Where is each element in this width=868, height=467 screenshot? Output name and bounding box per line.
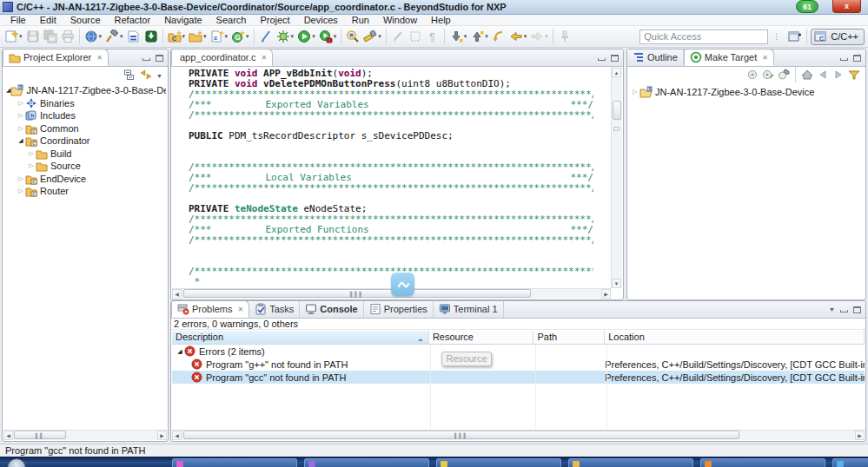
explorer-item-jn-an-1217-zigbee-3-0-base-devic[interactable]: ◢SJN-AN-1217-Zigbee-3-0-Base-Devic [4,84,166,97]
build-target-icon[interactable] [778,69,790,81]
cpp-perspective-button[interactable]: C C/C++ [811,29,865,45]
tab-outline[interactable]: Outline [627,49,684,66]
view-menu-icon[interactable]: ▼ [156,69,162,80]
taskbar-app-1[interactable] [172,458,297,467]
outline-minimize-icon[interactable] [840,58,848,61]
problems-minimize-icon[interactable] [840,310,848,312]
dropdown-arrow-icon[interactable]: ▾ [378,33,381,40]
problems-error-row[interactable]: Program "g++" not found in PATHPreferenc… [172,358,865,371]
last-edit-button[interactable] [490,28,507,45]
problems-view-menu-icon[interactable]: ▼ [829,306,835,312]
collapse-arrow-icon[interactable]: ◢ [17,137,25,144]
tab-editor-file[interactable]: app_coordinator.c ✕ [171,49,273,66]
external-tools-button[interactable]: ▾ [317,28,339,45]
editor-vscrollbar[interactable]: ▲ ▼ [611,68,622,288]
back-button[interactable]: ▾ [507,28,529,45]
dropdown-arrow-icon[interactable]: ▾ [312,33,315,40]
tab-tasks[interactable]: Tasks [249,300,300,318]
dropdown-arrow-icon[interactable]: ▾ [334,33,337,40]
expand-arrow-icon[interactable]: ▷ [17,125,25,132]
collapse-arrow-icon[interactable]: ◢ [176,348,184,355]
dropdown-arrow-icon[interactable]: ▾ [120,33,123,40]
column-header-description[interactable]: Description [172,331,429,344]
explorer-item-coordinator[interactable]: ◢cCoordinator [4,135,166,148]
tab-project-explorer[interactable]: Project Explorer ✕ [3,49,109,66]
close-button[interactable]: x [832,0,861,13]
expand-arrow-icon[interactable]: ▷ [17,187,25,194]
build-all-button[interactable] [125,28,142,45]
column-header-path[interactable]: Path [533,331,605,344]
home-icon[interactable] [801,69,813,81]
dropdown-arrow-icon[interactable]: ▾ [464,33,467,40]
new-c-project-button[interactable]: C▾ [166,28,188,45]
menu-item-source[interactable]: Source [63,15,108,26]
menu-item-run[interactable]: Run [345,15,376,26]
taskbar-app-3[interactable] [436,458,561,467]
editor-maximize-icon[interactable] [611,55,619,62]
dropdown-arrow-icon[interactable]: ▾ [19,33,23,40]
column-header-resource[interactable]: Resource [429,331,534,344]
maximize-icon[interactable] [156,55,163,62]
tab-close-icon[interactable]: ✕ [96,54,103,62]
taskbar-app-2[interactable] [304,458,429,467]
problems-error-row[interactable]: Program "gcc" not found in PATHPreferenc… [172,371,865,384]
menu-item-navigate[interactable]: Navigate [157,15,209,26]
tab-properties[interactable]: Properties [364,300,434,318]
nav-back-icon[interactable] [817,69,829,81]
start-orb[interactable] [7,458,26,467]
build-button[interactable]: ▾ [103,28,125,45]
tab-close-icon[interactable]: ✕ [762,54,768,62]
menu-item-edit[interactable]: Edit [33,15,63,26]
explorer-item-router[interactable]: ▷cRouter [4,185,166,198]
problems-table[interactable]: DescriptionResourcePathLocation ◢Errors … [172,331,865,430]
dropdown-arrow-icon[interactable]: ▾ [203,33,207,40]
tab-close-icon[interactable]: ✕ [237,306,243,313]
editor-gutter[interactable] [172,68,188,288]
expand-arrow-icon[interactable]: ▷ [27,150,36,157]
menu-item-window[interactable]: Window [376,15,424,26]
menu-item-devices[interactable]: Devices [297,15,345,26]
title-bar[interactable]: C/C++ - JN-AN-1217-Zigbee-3-0-Base-Devic… [0,0,868,15]
new-c-file-button[interactable]: c▾ [209,28,230,45]
new-class-button[interactable]: G▾ [229,28,251,45]
search-button[interactable]: ▾ [361,28,383,45]
run-button[interactable]: ▾ [295,28,317,45]
tab-make-target[interactable]: Make Target✕ [684,49,774,66]
menu-item-help[interactable]: Help [424,15,458,26]
dropdown-arrow-icon[interactable]: ▾ [225,33,229,40]
dropdown-arrow-icon[interactable]: ▾ [485,33,488,40]
mark-occurrences-button[interactable] [257,28,275,45]
explorer-item-includes[interactable]: ▷hIncludes [4,109,166,122]
new-wizard-button[interactable]: ▾ [3,28,24,45]
dropdown-arrow-icon[interactable]: ▾ [524,33,527,40]
dropdown-arrow-icon[interactable]: ▾ [291,33,295,40]
expand-arrow-icon[interactable]: ▷ [17,100,25,107]
windows-taskbar[interactable] [0,457,868,467]
explorer-item-source[interactable]: ▷Source [4,160,166,173]
nav-forward-icon[interactable] [832,69,845,81]
debug-config-button[interactable]: ▾ [83,28,104,45]
dropdown-arrow-icon[interactable]: ▾ [182,33,186,40]
editor-minimize-icon[interactable] [598,58,606,61]
next-annotation-button[interactable]: ▾ [447,28,469,45]
collapse-all-icon[interactable] [123,69,136,81]
project-explorer-hscrollbar[interactable]: ◀ ▌▌ ▶ [3,430,167,440]
new-project-button[interactable]: ▾ [187,28,209,45]
taskbar-app-5[interactable] [700,458,825,467]
dropdown-arrow-icon[interactable]: ▾ [246,33,249,40]
menu-item-project[interactable]: Project [253,15,296,26]
taskbar-app-4[interactable] [568,458,693,467]
expand-arrow-icon[interactable]: ▷ [27,162,36,169]
dropdown-arrow-icon[interactable]: ▾ [99,33,103,40]
explorer-item-binaries[interactable]: ▷Binaries [4,97,166,110]
dictionary-overlay-icon[interactable] [391,273,414,296]
quick-access-input[interactable] [639,30,768,44]
link-editor-icon[interactable] [140,69,152,81]
tab-problems[interactable]: Problems✕ [171,300,249,318]
menu-item-refactor[interactable]: Refactor [108,15,158,26]
problems-hscrollbar[interactable]: ◀ ▌▌▌ ▶ [172,430,865,440]
problems-maximize-icon[interactable] [853,306,861,313]
expand-arrow-icon[interactable]: ▷ [17,112,25,119]
problems-group-row[interactable]: ◢Errors (2 items) [172,345,865,358]
open-perspective-button[interactable] [785,28,803,45]
